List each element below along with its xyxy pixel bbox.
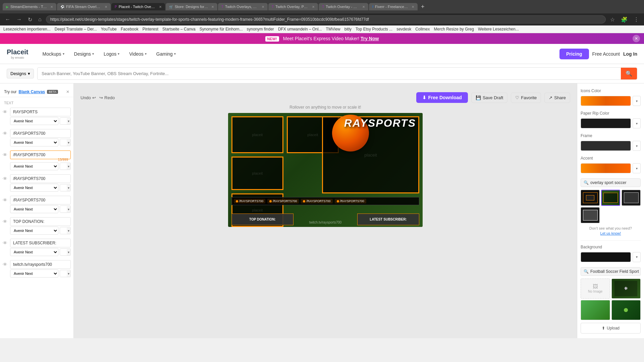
bookmark-merch-resize[interactable]: Merch Resize by Greg [434,27,474,32]
bookmark-synonyme[interactable]: Synonyme für Einhorn... [200,27,243,32]
designs-dropdown[interactable]: Designs ▾ [7,69,34,78]
font-select-3[interactable]: Avenir Next [10,162,58,170]
canvas-notice-close[interactable]: ✕ [66,89,69,94]
bookmark-top-etsy[interactable]: Top Etsy Products ... [356,27,392,32]
bookmark-tmview[interactable]: TMView [326,27,340,32]
browser-tab-8[interactable]: f Fiverr - Freelance Services M... ✕ [369,3,418,10]
browser-tab-7[interactable]: T Twitch Overlay - Stream Overt... ✕ [319,3,368,10]
tab-close-5[interactable]: ✕ [262,5,264,9]
tab-close-7[interactable]: ✕ [362,5,365,9]
url-bar[interactable] [46,15,606,23]
font-size-down-8[interactable]: ▾ [67,270,70,277]
font-size-input-6[interactable] [60,227,67,234]
placeit-logo[interactable]: Placeit by envato [7,48,28,59]
visibility-icon-3[interactable]: 👁 [3,152,9,158]
frame-swatch[interactable] [581,141,631,151]
browser-tab-5[interactable]: T Twitch Overlays, Alerts and C... ✕ [218,3,268,10]
bg-thumb-no-image[interactable]: 🖼 No Image [581,279,610,299]
font-select-8[interactable]: Avenir Next [10,269,58,278]
bookmark-synonym-finder[interactable]: synonym finder [247,27,274,32]
refresh-button[interactable]: ↻ [26,16,34,23]
font-size-input-7[interactable] [60,249,67,255]
browser-tab-4[interactable]: 🛒 Store: Designs for Streamers... ✕ [166,3,217,10]
tab-close-2[interactable]: ✕ [105,5,107,9]
icons-color-swatch[interactable] [581,96,631,106]
bookmark-deepl[interactable]: Deepl Translate – Der... [55,27,97,32]
font-select-7[interactable]: Avenir Next [10,248,58,256]
save-draft-button[interactable]: 💾 Save Draft [471,93,507,103]
latest-subscriber-box[interactable]: LATEST SUBSCRIBER: [357,214,419,225]
accent-swatch[interactable] [581,163,631,173]
visibility-icon-1[interactable]: 👁 [3,109,9,115]
font-size-input-2[interactable] [60,139,67,146]
undo-button[interactable]: Undo ↩ [80,95,96,100]
tab-close-8[interactable]: ✕ [412,5,414,9]
upload-button[interactable]: ⬆ Upload [581,323,641,334]
search-button[interactable]: 🔍 [621,68,637,79]
home-button[interactable]: ⌂ [37,16,43,23]
bookmark-collmex[interactable]: Collmex [415,27,430,32]
browser-tab-1[interactable]: ▶ StreamElements - Themes g... ✕ [3,3,56,10]
font-select-4[interactable]: Avenir Next [10,184,58,192]
free-download-button[interactable]: ⬇ Free Download [416,92,468,103]
new-tab-button[interactable]: + [418,3,427,10]
font-select-1[interactable]: Avenir Next [10,117,58,125]
font-size-down-3[interactable]: ▾ [67,163,70,170]
visibility-icon-4[interactable]: 👁 [3,176,9,181]
bookmark-lesezeichen[interactable]: Lesezeichen importieren... [3,27,51,32]
background-chevron[interactable]: ▾ [633,252,641,262]
preview-container[interactable]: RAYSPORTS placeit placeit placeit placei… [228,113,423,227]
overlay-thumb-2[interactable] [601,190,620,206]
top-donation-box[interactable]: TOP DONATION: [231,214,293,225]
search-input[interactable] [38,68,621,79]
browser-tab-3-active[interactable]: P Placeit - Twitch Overlay Tem... ✕ [111,3,165,10]
font-select-6[interactable]: Avenir Next [10,227,58,235]
menu-button[interactable]: ⋮ [632,16,641,23]
extensions-button[interactable]: 🧩 [619,16,629,23]
try-now-link[interactable]: Try Now [361,36,379,41]
tab-close-6[interactable]: ✕ [312,5,315,9]
text-field-8[interactable] [10,260,71,269]
background-search-bar[interactable]: 🔍 [581,267,641,276]
paper-rip-swatch[interactable] [581,118,631,128]
font-size-down-5[interactable]: ▾ [67,206,70,213]
font-size-input-3[interactable] [60,163,67,170]
overlay-thumb-4[interactable] [581,207,600,223]
redo-button[interactable]: ↪ Redo [99,95,115,100]
blank-canvas-link[interactable]: Blank Canvas [19,89,45,94]
bg-thumb-2[interactable] [581,300,610,320]
text-field-7[interactable] [10,239,71,247]
paper-rip-chevron[interactable]: ▾ [633,118,641,128]
icons-color-chevron[interactable]: ▾ [633,96,641,106]
font-select-5[interactable]: Avenir Next [10,205,58,213]
font-size-down-1[interactable]: ▾ [67,118,70,124]
font-size-down-4[interactable]: ▾ [67,185,70,191]
text-field-5[interactable] [10,196,71,204]
text-field-4[interactable] [10,174,71,183]
nav-gaming[interactable]: Gaming ▾ [152,49,180,59]
browser-tab-2[interactable]: ⚽ FIFA Stream Overlay for free... ✕ [57,3,111,10]
font-size-input-8[interactable] [60,270,67,277]
browser-tab-6[interactable]: T Twitch Overlay, Panels and Y... ✕ [268,3,318,10]
forward-button[interactable]: → [15,16,23,23]
font-size-down-7[interactable]: ▾ [67,249,70,255]
pricing-button[interactable]: Pricing [559,49,589,59]
bookmark-youtube[interactable]: YouTube [101,27,117,32]
text-field-1[interactable] [10,108,71,116]
overlay-search-input[interactable] [590,180,641,185]
nav-videos[interactable]: Videos ▾ [125,49,151,59]
bookmark-facebook[interactable]: Facebook [121,27,139,32]
overlay-thumb-3[interactable] [622,190,641,206]
text-field-6[interactable] [10,217,71,226]
tab-close-1[interactable]: ✕ [50,5,53,9]
visibility-icon-5[interactable]: 👁 [3,197,9,203]
log-in-button[interactable]: Log In [623,51,637,57]
tab-close-3[interactable]: ✕ [159,5,162,9]
let-us-know-link[interactable]: Let us know! [600,231,621,235]
font-size-input-4[interactable] [60,184,67,191]
bookmark-more[interactable]: Weitere Lesezeichen... [478,27,519,32]
share-button[interactable]: ↗ Share [544,93,570,103]
bg-thumb-3[interactable] [611,300,641,320]
font-size-down-2[interactable]: ▾ [67,139,70,146]
visibility-icon-8[interactable]: 👁 [3,262,9,267]
